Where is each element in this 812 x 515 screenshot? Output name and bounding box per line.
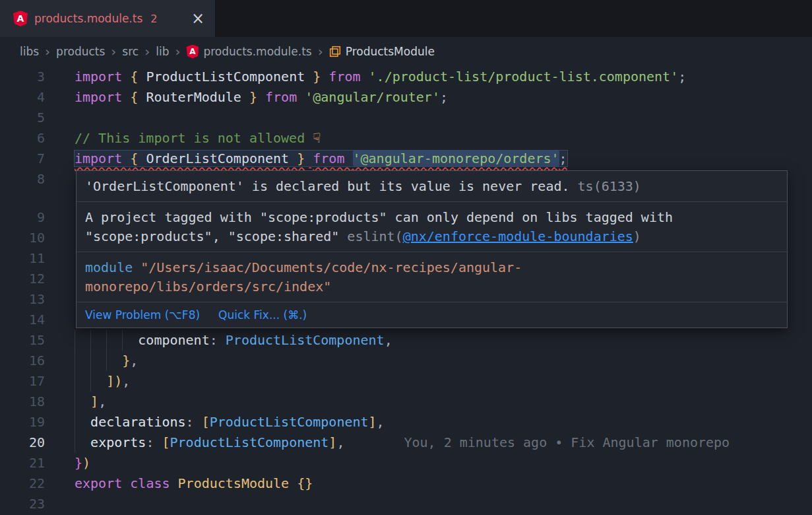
module-path-line-1: module"/Users/isaac/Documents/code/nx-re… [85,258,778,277]
line-number: 10 [0,228,45,248]
code-token: declarations [90,414,186,430]
code-line-19[interactable]: 19 declarations: [ProductListComponent], [0,412,812,432]
code-token: , [336,434,344,450]
code-token: ) [114,373,122,389]
code-token: ] [369,414,377,430]
code-token: [ [202,414,210,430]
code-token [321,69,328,85]
breadcrumb-label: products.module.ts [203,45,311,58]
code-text[interactable]: ]), [75,371,130,392]
breadcrumb-item-lib[interactable]: lib [156,45,169,58]
code-token: component [138,332,209,348]
code-token: , [377,414,385,430]
hover-module-path-block: module"/Users/isaac/Documents/code/nx-re… [77,252,787,302]
code-token: ProductListComponent [226,332,385,348]
code-line-6[interactable]: 6// This import is not allowed ☟ [0,128,812,149]
module-path-text-2: monorepo/libs/orders/src/index" [85,279,331,294]
view-problem-action[interactable]: View Problem (⌥F8) [85,308,200,322]
code-token: ; [559,151,567,166]
hover-ts-diagnostic: 'OrderListComponent' is declared but its… [77,171,787,201]
code-token: ] [328,434,336,450]
code-text[interactable]: component: ProductListComponent, [75,330,392,351]
code-line-7[interactable]: 7import { OrderListComponent } from '@an… [0,149,812,169]
code-token: { [130,151,146,166]
code-token [75,414,90,430]
code-line-22[interactable]: 22export class ProductsModule {} [0,473,812,494]
code-line-18[interactable]: 18 ], [0,392,812,412]
code-line-20[interactable]: 20 exports: [ProductListComponent],You, … [0,432,812,453]
code-text[interactable]: }, [75,351,138,371]
breadcrumb-label: ProductsModule [346,45,435,58]
breadcrumb-item-products[interactable]: products [56,45,105,58]
code-text[interactable]: import { ProductListComponent } from './… [75,67,686,87]
line-number: 19 [0,412,45,432]
code-text[interactable]: exports: [ProductListComponent],You, 2 m… [75,432,730,453]
code-editor[interactable]: 'OrderListComponent' is declared but its… [0,66,812,515]
line-number: 3 [0,67,45,87]
code-token [305,151,313,166]
eslint-source-prefix: eslint( [339,228,402,244]
vscode-editor-window: A products.module.ts 2 × libs›products›s… [0,0,812,515]
code-token: '@angular-monorepo/orders' [353,151,559,166]
breadcrumb-label: src [122,45,139,58]
code-line-17[interactable]: 17 ]), [0,371,812,392]
ts-diagnostic-message: 'OrderListComponent' is declared but its… [85,178,570,194]
code-line-4[interactable]: 4import { RouterModule } from '@angular/… [0,87,812,108]
code-token: [ [162,434,170,450]
line-number: 20 [0,432,45,453]
code-line-16[interactable]: 16 }, [0,351,812,371]
tab-close-icon[interactable]: × [191,11,204,26]
line-number: 22 [0,473,45,494]
code-token: ) [82,455,90,471]
code-text[interactable]: }) [75,453,90,473]
breadcrumb-item-products-module-ts[interactable]: Aproducts.module.ts [186,45,311,59]
eslint-message-line-2: "scope:products", "scope:shared" eslint(… [85,227,778,246]
line-number: 21 [0,453,45,473]
quick-fix-action[interactable]: Quick Fix... (⌘.) [218,308,307,322]
code-text[interactable]: import { RouterModule } from '@angular/r… [75,87,448,108]
line-number: 17 [0,371,45,392]
breadcrumb-item-libs[interactable]: libs [20,45,39,58]
code-line-5[interactable]: 5 [0,108,812,128]
line-number: 7 [0,149,45,169]
code-line-23[interactable]: 23 [0,494,812,514]
code-line-3[interactable]: 3import { ProductListComponent } from '.… [0,67,812,87]
breadcrumb-label: lib [156,45,169,58]
code-token: ProductListComponent [146,69,305,85]
eslint-rule-link[interactable]: @nx/enforce-module-boundaries [403,228,633,244]
chevron-right-icon: › [45,45,50,58]
angular-file-icon: A [13,11,28,26]
code-token: { [130,69,146,85]
code-text[interactable]: declarations: [ProductListComponent], [75,412,385,432]
ts-diagnostic-source: ts(6133) [570,178,641,194]
hover-eslint-diagnostic: A project tagged with "scope:products" c… [77,201,787,252]
code-token: { [130,89,146,105]
code-token: ] [90,394,98,409]
angular-file-icon: A [186,45,199,59]
module-keyword: module [85,259,133,275]
code-text[interactable]: export class ProductsModule {} [75,473,313,494]
breadcrumb-item-productsmodule[interactable]: ProductsModule [329,45,435,58]
line-number: 14 [0,310,45,330]
code-token: {} [297,475,313,491]
code-text[interactable]: // This import is not allowed ☟ [75,128,321,149]
code-text[interactable]: ], [75,392,106,412]
code-token: import [75,69,130,85]
error-underlined-statement[interactable]: import { OrderListComponent } from '@ang… [75,151,567,166]
git-blame-annotation: You, 2 minutes ago • Fix Angular monorep… [404,434,730,450]
code-text[interactable]: import { OrderListComponent } from '@ang… [75,149,567,169]
class-symbol-icon [329,46,341,57]
code-line-21[interactable]: 21}) [0,453,812,473]
eslint-message-line-2-text: "scope:products", "scope:shared" [85,228,339,244]
line-number: 18 [0,392,45,412]
code-token: , [130,353,138,368]
code-token: } [75,455,82,471]
line-number: 5 [0,108,45,128]
code-token: ProductsModule [178,475,290,491]
code-line-15[interactable]: 15 component: ProductListComponent, [0,330,812,351]
hover-actions-bar: View Problem (⌥F8)Quick Fix... (⌘.) [77,302,787,327]
tab-products-module-ts[interactable]: A products.module.ts 2 × [0,0,215,37]
code-token: : [210,332,226,348]
breadcrumb-item-src[interactable]: src [122,45,139,58]
code-token: exports [90,434,146,450]
